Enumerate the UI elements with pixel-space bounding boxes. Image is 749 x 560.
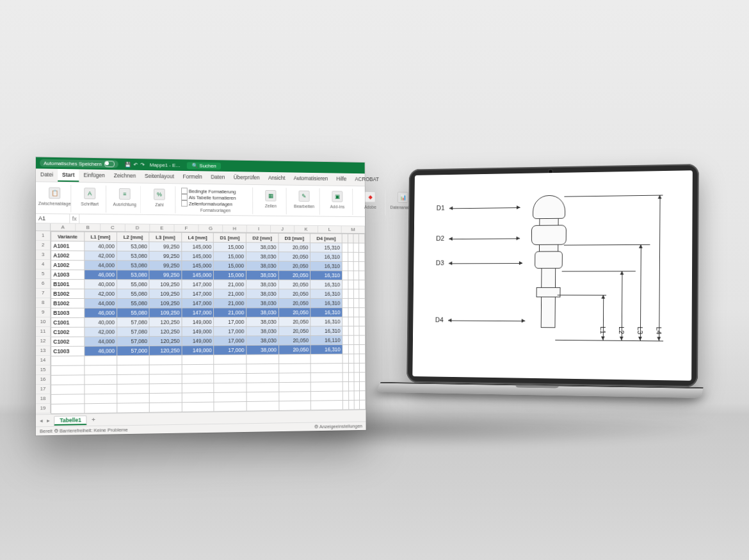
fx-icon[interactable]: fx <box>70 214 79 223</box>
table-header[interactable]: D3 [mm] <box>278 234 310 243</box>
font-icon[interactable]: A <box>84 188 95 199</box>
ribbon-group-clipboard[interactable]: 📋 Zwischenablage <box>38 184 71 212</box>
cell[interactable]: 44,000 <box>84 260 117 270</box>
row-headers[interactable]: 12345678910111213141516171819 <box>36 231 51 414</box>
column-header[interactable]: E <box>150 225 174 232</box>
cell[interactable]: 17,000 <box>214 336 246 346</box>
cell[interactable]: C1002 <box>51 327 85 337</box>
cell[interactable]: 15,310 <box>310 243 342 252</box>
cell[interactable]: 20,050 <box>278 243 310 252</box>
cell[interactable]: 53,080 <box>117 241 149 251</box>
cell[interactable]: 20,050 <box>278 261 310 271</box>
cell[interactable]: 149,000 <box>182 346 214 355</box>
cell[interactable]: 147,000 <box>182 289 214 299</box>
ribbon-group-cells[interactable]: ▦ Zellen <box>255 188 287 214</box>
column-header[interactable]: F <box>174 225 198 232</box>
row-header[interactable]: 5 <box>36 269 51 279</box>
cell[interactable]: 109,250 <box>149 289 181 299</box>
cell[interactable]: 16,310 <box>310 289 342 299</box>
name-box[interactable]: A1 <box>36 214 70 223</box>
save-icon[interactable]: 💾 <box>124 161 131 167</box>
cell[interactable]: 38,030 <box>246 289 278 299</box>
redo-icon[interactable]: ↷ <box>140 162 145 168</box>
column-header[interactable]: K <box>294 226 318 233</box>
cell[interactable]: 145,000 <box>182 270 214 280</box>
ribbon-tab[interactable]: Datei <box>36 168 58 181</box>
cell[interactable]: 15,000 <box>214 261 246 271</box>
cell[interactable]: 99,250 <box>149 242 181 252</box>
row-header[interactable]: 3 <box>36 250 51 260</box>
cell[interactable]: 147,000 <box>182 308 214 317</box>
row-header[interactable]: 17 <box>36 385 51 394</box>
cell[interactable]: 20,050 <box>278 308 310 317</box>
cell[interactable]: C1001 <box>51 317 85 327</box>
cell[interactable]: 20,050 <box>278 326 310 336</box>
cell[interactable]: 40,000 <box>84 280 117 289</box>
cell[interactable]: 53,080 <box>117 270 150 280</box>
paste-icon[interactable]: 📋 <box>49 188 60 199</box>
cell[interactable]: 120,250 <box>149 317 181 327</box>
row-header[interactable]: 11 <box>36 327 51 337</box>
ribbon-group-number[interactable]: % Zahl <box>143 186 175 214</box>
column-header[interactable]: G <box>198 225 223 232</box>
column-header[interactable]: L <box>318 226 342 233</box>
column-header[interactable]: J <box>271 225 294 232</box>
cell[interactable]: 20,050 <box>278 252 310 262</box>
cell[interactable]: 44,000 <box>84 298 117 308</box>
table-header[interactable]: L4 [mm] <box>182 232 214 242</box>
cell[interactable]: 21,000 <box>214 308 246 317</box>
cell[interactable]: 38,030 <box>246 271 278 280</box>
column-header[interactable]: D <box>125 224 150 231</box>
cell[interactable]: 53,080 <box>117 251 150 260</box>
row-header[interactable]: 16 <box>36 375 51 385</box>
table-header[interactable]: L3 [mm] <box>149 232 181 242</box>
ribbon-tab[interactable]: Formeln <box>179 171 207 184</box>
cell[interactable]: A1001 <box>51 241 85 251</box>
cell[interactable]: 120,250 <box>150 336 182 346</box>
cell[interactable]: 38,030 <box>246 326 278 336</box>
cell[interactable]: 109,250 <box>149 308 181 317</box>
cell[interactable]: 15,000 <box>214 242 246 252</box>
cell[interactable]: A1002 <box>51 260 85 270</box>
cell[interactable]: 46,000 <box>84 270 117 280</box>
ribbon-tab[interactable]: Überprüfen <box>229 172 264 184</box>
row-header[interactable]: 10 <box>36 317 51 327</box>
addins-icon[interactable]: ▣ <box>332 191 342 202</box>
cell[interactable]: 20,050 <box>278 345 310 355</box>
undo-icon[interactable]: ↶ <box>133 161 138 167</box>
cell[interactable]: B1002 <box>51 298 85 308</box>
cell[interactable]: 17,000 <box>214 326 246 336</box>
row-header[interactable]: 12 <box>36 337 51 346</box>
cell[interactable]: 38,030 <box>246 243 278 252</box>
cell[interactable]: 20,050 <box>278 271 310 280</box>
column-header[interactable]: B <box>76 224 101 231</box>
cell[interactable]: 99,250 <box>149 252 181 261</box>
cell[interactable]: 40,000 <box>84 241 117 251</box>
ribbon-tab[interactable]: Start <box>58 169 79 182</box>
ribbon-tab[interactable]: Hilfe <box>332 173 351 186</box>
ribbon-tab[interactable]: Daten <box>207 171 229 184</box>
cell[interactable]: B1003 <box>51 308 85 317</box>
table-header[interactable]: D4 [mm] <box>310 234 342 243</box>
table-header[interactable]: L1 [mm] <box>84 232 117 241</box>
column-header[interactable]: H <box>223 225 247 232</box>
cell[interactable]: 20,050 <box>278 280 310 289</box>
table-header[interactable]: L2 [mm] <box>117 232 149 242</box>
row-header[interactable]: 8 <box>36 298 51 308</box>
row-header[interactable]: 7 <box>36 289 51 298</box>
column-header[interactable]: C <box>101 224 125 231</box>
cell[interactable]: 17,000 <box>214 317 246 327</box>
cell[interactable]: 15,000 <box>214 252 246 261</box>
cell[interactable]: 46,000 <box>84 346 117 356</box>
cell[interactable]: 38,030 <box>246 280 278 289</box>
row-header[interactable]: 15 <box>36 365 51 375</box>
row-header[interactable]: 6 <box>36 279 51 289</box>
cell[interactable]: 109,250 <box>149 298 181 308</box>
cell[interactable]: 46,000 <box>84 308 117 317</box>
ribbon-tab[interactable]: Seitenlayout <box>140 170 179 183</box>
cell[interactable]: 145,000 <box>182 242 214 252</box>
cell[interactable]: 53,080 <box>117 260 150 270</box>
ribbon-group-styles[interactable]: Bedingte Formatierung Als Tabelle format… <box>178 186 253 214</box>
ribbon-tab[interactable]: ACROBAT <box>351 173 383 186</box>
cell[interactable]: 147,000 <box>182 280 214 289</box>
